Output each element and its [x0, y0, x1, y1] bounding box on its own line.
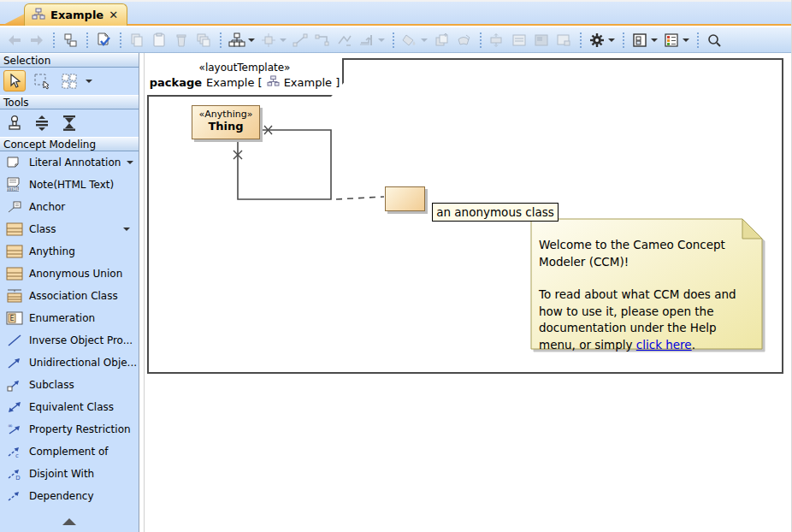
- show-window-icon[interactable]: [553, 30, 575, 50]
- palette-item-anything[interactable]: Anything: [0, 240, 139, 263]
- frame-diagram-icon: [267, 75, 280, 89]
- frame-name: Example [: [206, 76, 263, 89]
- svg-text:D: D: [15, 475, 20, 481]
- thing-class-shape[interactable]: «Anything» Thing: [192, 105, 260, 139]
- property-restriction-icon: ∞: [6, 422, 23, 437]
- select-cursor-icon[interactable]: [3, 70, 26, 92]
- diagram-canvas[interactable]: «layoutTemplate» package Example [ Exa: [145, 53, 792, 532]
- fill-color-dropdown-icon[interactable]: [421, 38, 428, 42]
- palette-item-equivalent-class[interactable]: Equivalent Class: [0, 396, 139, 418]
- multi-select-icon[interactable]: [58, 70, 80, 92]
- marquee-select-icon[interactable]: [31, 70, 53, 92]
- subclass-icon: [6, 377, 23, 393]
- concept-modeling-list: Literal Annotation HTML Note(HTML Text): [0, 151, 139, 507]
- unidirectional-object-property-icon: [6, 355, 23, 370]
- settings-dropdown-icon[interactable]: [608, 38, 615, 42]
- palette-item-complement-of[interactable]: c Complement of: [0, 440, 139, 463]
- forward-icon[interactable]: [26, 30, 48, 50]
- legend-icon[interactable]: [660, 30, 683, 50]
- svg-text:E: E: [9, 315, 14, 322]
- disjoint-with-icon: D: [6, 466, 23, 482]
- palette-item-anonymous-union[interactable]: Anonymous Union: [0, 263, 139, 285]
- palette-item-note-html[interactable]: HTML Note(HTML Text): [0, 174, 139, 196]
- palette-item-class[interactable]: Class: [0, 218, 139, 240]
- association-class-icon: [6, 288, 23, 304]
- palette-item-property-restriction[interactable]: ∞ Property Restriction: [0, 418, 139, 440]
- frame-title-line: package Example [ Example ]: [147, 75, 342, 89]
- diagram-windows-icon[interactable]: [629, 30, 651, 50]
- oblique-line-icon[interactable]: [334, 30, 356, 50]
- palette-item-disjoint-with[interactable]: D Disjoint With: [0, 463, 139, 485]
- note-paragraph-1: Welcome to the Cameo Concept Modeler (CC…: [539, 237, 748, 270]
- palette-item-association-class[interactable]: Association Class: [0, 285, 139, 307]
- make-same-size-icon[interactable]: [486, 30, 508, 50]
- toolbar-separator: [389, 32, 397, 49]
- distribute-vertical-icon[interactable]: [31, 112, 53, 133]
- diagram-frame-header: «layoutTemplate» package Example [ Exa: [147, 58, 344, 97]
- inverse-object-property-icon: [6, 333, 23, 348]
- toolbar-separator: [619, 32, 627, 49]
- anonymous-class-shape[interactable]: [385, 186, 425, 211]
- layout-diagram-icon[interactable]: [226, 30, 248, 50]
- palette-item-enumeration[interactable]: E Enumeration: [0, 307, 139, 329]
- toolbar-separator: [83, 32, 91, 49]
- anchor-icon: [6, 199, 23, 215]
- copy-icon[interactable]: [126, 30, 148, 50]
- gear-settings-icon[interactable]: [586, 30, 608, 50]
- palette-item-dependency[interactable]: Dependency: [0, 485, 139, 507]
- anything-icon: [6, 244, 23, 259]
- palette-item-inverse-object-property[interactable]: Inverse Object Pro...: [0, 329, 139, 352]
- palette-section-selection: Selection: [0, 53, 139, 68]
- main-toolbar: [0, 27, 792, 53]
- click-here-link[interactable]: click here: [636, 338, 692, 352]
- selection-dropdown-icon[interactable]: [86, 80, 92, 83]
- align-dropdown-icon[interactable]: [280, 38, 287, 42]
- tools-row: [0, 109, 139, 137]
- class-dropdown-icon[interactable]: [123, 228, 130, 231]
- format-painter-icon[interactable]: [452, 30, 475, 50]
- palette-item-subclass[interactable]: Subclass: [0, 374, 139, 396]
- toolbar-separator: [576, 32, 584, 49]
- toolbar-separator: [116, 32, 124, 49]
- anonymous-class-label[interactable]: an anonymous class: [432, 203, 559, 222]
- bring-forward-icon[interactable]: [430, 30, 452, 50]
- reroute-path-icon[interactable]: [356, 30, 378, 50]
- welcome-note[interactable]: Welcome to the Cameo Concept Modeler (CC…: [530, 218, 765, 352]
- palette-item-literal-annotation[interactable]: Literal Annotation: [0, 151, 139, 174]
- compress-vertical-icon[interactable]: [58, 112, 80, 133]
- frame-keyword: package: [150, 76, 202, 89]
- reroute-dropdown-icon[interactable]: [378, 38, 385, 42]
- stamp-tool-icon[interactable]: [3, 112, 26, 133]
- delete-icon[interactable]: [170, 30, 192, 50]
- thing-name: Thing: [192, 120, 259, 133]
- fill-color-icon[interactable]: [399, 30, 421, 50]
- align-shapes-icon[interactable]: [257, 30, 280, 50]
- frame-stereotype: «layoutTemplate»: [147, 62, 342, 74]
- svg-text:∞: ∞: [8, 423, 13, 429]
- back-icon[interactable]: [3, 30, 26, 50]
- toolbar-separator: [216, 32, 224, 49]
- rectilinear-line-icon[interactable]: [311, 30, 334, 50]
- containment-tree-icon[interactable]: [59, 30, 81, 50]
- selection-tools-row: [0, 68, 139, 95]
- layout-dropdown-icon[interactable]: [248, 38, 255, 42]
- diagram-overview-icon[interactable]: [530, 30, 553, 50]
- legend-dropdown-icon[interactable]: [683, 38, 689, 42]
- palette-section-tools: Tools: [0, 95, 139, 109]
- palette-scroll-up-icon[interactable]: [62, 518, 76, 525]
- straight-line-icon[interactable]: [289, 30, 311, 50]
- palette-item-unidirectional-object-property[interactable]: Unidirectional Obje...: [0, 352, 139, 374]
- literal-annotation-icon: [6, 155, 23, 170]
- application-window: Example ✕: [0, 0, 792, 532]
- zoom-search-icon[interactable]: [703, 30, 725, 50]
- palette-item-anchor[interactable]: Anchor: [0, 196, 139, 218]
- windows-dropdown-icon[interactable]: [651, 38, 658, 42]
- tab-close-icon[interactable]: ✕: [109, 9, 118, 21]
- show-comments-icon[interactable]: [508, 30, 530, 50]
- paste-icon[interactable]: [148, 30, 170, 50]
- tab-example[interactable]: Example ✕: [24, 3, 127, 26]
- validate-diagram-icon[interactable]: [92, 30, 115, 50]
- literal-annotation-dropdown-icon[interactable]: [127, 161, 133, 164]
- clone-icon[interactable]: [192, 30, 215, 50]
- note-paragraph-2: To read about what CCM does and how to u…: [539, 287, 748, 353]
